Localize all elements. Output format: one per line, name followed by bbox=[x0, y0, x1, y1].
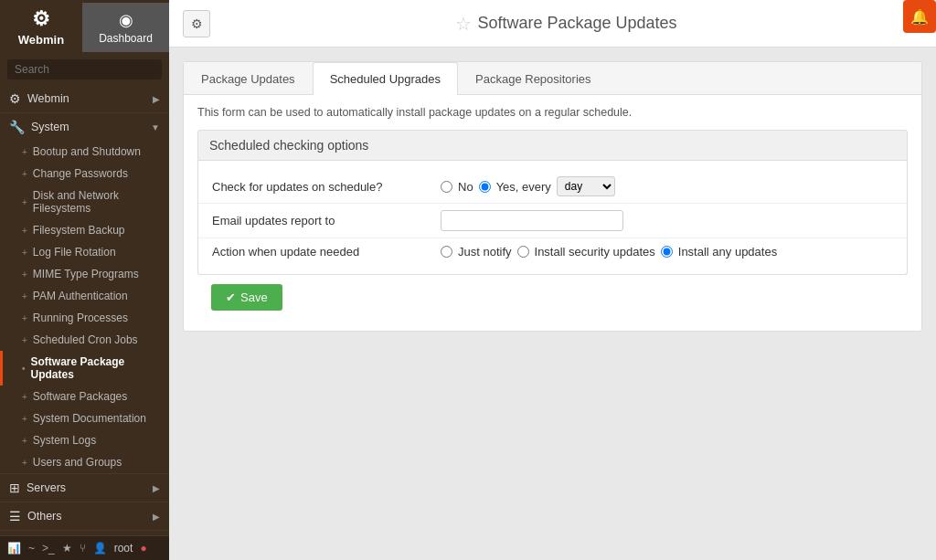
bottom-user-icon[interactable]: 👤 bbox=[93, 542, 107, 555]
webmin-label: Webmin bbox=[18, 33, 64, 47]
tab-package-updates[interactable]: Package Updates bbox=[184, 62, 313, 95]
sidebar-item-bootup[interactable]: + Bootup and Shutdown bbox=[0, 141, 169, 163]
save-button-label: Save bbox=[240, 291, 268, 304]
sidebar-item-system-documentation[interactable]: + System Documentation bbox=[0, 407, 169, 429]
action-needed-control: Just notify Install security updates Ins… bbox=[441, 245, 893, 259]
webmin-icon: ⚙ bbox=[32, 7, 50, 31]
action-just-notify-radio[interactable] bbox=[441, 246, 452, 258]
dot-icon: + bbox=[22, 414, 27, 424]
sidebar-item-label: Software Packages bbox=[33, 390, 127, 403]
main-content: ⚙ ☆ Software Package Updates 🔔 Package U… bbox=[169, 0, 936, 560]
action-any-label: Install any updates bbox=[678, 245, 777, 259]
notification-icon: 🔔 bbox=[910, 8, 929, 26]
bottom-dot: ● bbox=[140, 542, 146, 555]
gear-button[interactable]: ⚙ bbox=[183, 10, 210, 37]
tab-package-repositories-label: Package Repositories bbox=[475, 72, 590, 86]
dot-icon: + bbox=[22, 436, 27, 446]
sidebar-item-label: System Documentation bbox=[33, 412, 146, 425]
save-button[interactable]: ✔ Save bbox=[211, 284, 282, 311]
save-check-icon: ✔ bbox=[226, 291, 236, 304]
sidebar-item-running-processes[interactable]: + Running Processes bbox=[0, 307, 169, 329]
email-report-label: Email updates report to bbox=[212, 214, 441, 227]
servers-arrow-icon: ▶ bbox=[153, 483, 160, 493]
notification-button[interactable]: 🔔 bbox=[903, 0, 936, 33]
sidebar-item-label: Bootup and Shutdown bbox=[33, 145, 141, 158]
webmin-arrow-icon: ▶ bbox=[153, 94, 160, 104]
check-schedule-no-radio[interactable] bbox=[441, 181, 452, 193]
servers-section-icon: ⊞ bbox=[9, 481, 20, 495]
content-area: Package Updates Scheduled Upgrades Packa… bbox=[169, 48, 936, 560]
webmin-logo[interactable]: ⚙ Webmin bbox=[0, 0, 82, 54]
sidebar-item-label: System Logs bbox=[33, 434, 96, 447]
sidebar-item-log-rotation[interactable]: + Log File Rotation bbox=[0, 241, 169, 263]
sidebar-item-label: Disk and Network Filesystems bbox=[33, 189, 160, 215]
sidebar-item-label: Filesystem Backup bbox=[33, 224, 125, 237]
page-title: ☆ Software Package Updates bbox=[210, 13, 922, 35]
sidebar-item-filesystem-backup[interactable]: + Filesystem Backup bbox=[0, 219, 169, 241]
action-any-radio[interactable] bbox=[661, 246, 673, 258]
bottom-star-icon[interactable]: ★ bbox=[62, 542, 72, 555]
tab-package-repositories[interactable]: Package Repositories bbox=[458, 62, 608, 95]
email-report-input[interactable] bbox=[441, 210, 623, 231]
dot-icon: • bbox=[22, 364, 26, 374]
check-schedule-yes-radio[interactable] bbox=[479, 181, 491, 193]
sidebar-item-users-groups[interactable]: + Users and Groups bbox=[0, 451, 169, 473]
sidebar-section-header-servers[interactable]: ⊞ Servers ▶ bbox=[0, 474, 169, 502]
dot-icon: + bbox=[22, 313, 27, 323]
topbar: ⚙ ☆ Software Package Updates 🔔 bbox=[169, 0, 936, 48]
dot-icon: + bbox=[22, 197, 27, 207]
sidebar-item-label: Log File Rotation bbox=[33, 246, 116, 259]
dot-icon: + bbox=[22, 147, 27, 157]
servers-section-label: Servers bbox=[27, 481, 66, 494]
sidebar-item-label: Users and Groups bbox=[33, 456, 122, 469]
system-section-icon: 🔧 bbox=[9, 120, 25, 134]
sidebar-search-container bbox=[0, 54, 169, 85]
system-arrow-icon: ▼ bbox=[151, 122, 160, 132]
bottom-terminal-icon[interactable]: >_ bbox=[42, 542, 55, 555]
dot-icon: + bbox=[22, 458, 27, 468]
action-security-radio[interactable] bbox=[517, 246, 529, 258]
dashboard-link[interactable]: ◉ Dashboard bbox=[82, 3, 169, 52]
sidebar-item-mime-type[interactable]: + MIME Type Programs bbox=[0, 263, 169, 285]
sidebar: ⚙ Webmin ◉ Dashboard ⚙ Webmin ▶ 🔧 System… bbox=[0, 0, 169, 560]
sidebar-item-disk-network[interactable]: + Disk and Network Filesystems bbox=[0, 185, 169, 219]
sidebar-item-pam[interactable]: + PAM Authentication bbox=[0, 285, 169, 307]
favorite-star-icon[interactable]: ☆ bbox=[455, 13, 472, 35]
action-security-label: Install security updates bbox=[535, 245, 655, 259]
webmin-section-label: Webmin bbox=[27, 92, 69, 105]
sidebar-section-system: 🔧 System ▼ + Bootup and Shutdown + Chang… bbox=[0, 113, 169, 474]
sidebar-section-header-system[interactable]: 🔧 System ▼ bbox=[0, 113, 169, 141]
dot-icon: + bbox=[22, 335, 27, 345]
sidebar-item-label: Change Passwords bbox=[33, 167, 128, 180]
dashboard-icon: ◉ bbox=[119, 10, 133, 30]
sidebar-item-label: Software Package Updates bbox=[31, 355, 160, 381]
tab-content: This form can be used to automatically i… bbox=[184, 95, 921, 331]
sidebar-item-system-logs[interactable]: + System Logs bbox=[0, 429, 169, 451]
sidebar-header: ⚙ Webmin ◉ Dashboard bbox=[0, 0, 169, 54]
sidebar-section-header-others[interactable]: ☰ Others ▶ bbox=[0, 502, 169, 530]
options-table: Check for updates on schedule? No Yes, e… bbox=[197, 161, 908, 275]
bottom-fork-icon[interactable]: ⑂ bbox=[80, 542, 86, 555]
sidebar-item-scheduled-cron[interactable]: + Scheduled Cron Jobs bbox=[0, 329, 169, 351]
system-items: + Bootup and Shutdown + Change Passwords… bbox=[0, 141, 169, 473]
form-info-span: This form can be used to automatically i… bbox=[197, 106, 632, 119]
sidebar-item-label: Scheduled Cron Jobs bbox=[33, 333, 138, 346]
check-schedule-control: No Yes, every day week month bbox=[441, 176, 893, 196]
sidebar-item-software-packages[interactable]: + Software Packages bbox=[0, 386, 169, 407]
tab-package-updates-label: Package Updates bbox=[201, 72, 295, 86]
check-schedule-no-label: No bbox=[458, 180, 473, 194]
bottom-tilde-icon[interactable]: ~ bbox=[28, 542, 35, 555]
sidebar-item-label: MIME Type Programs bbox=[33, 268, 139, 280]
search-input[interactable] bbox=[7, 59, 162, 79]
interval-unit-select[interactable]: day week month bbox=[557, 176, 615, 196]
system-section-label: System bbox=[31, 121, 69, 133]
sidebar-item-label: PAM Authentication bbox=[33, 290, 128, 302]
sidebar-section-others: ☰ Others ▶ bbox=[0, 502, 169, 531]
sidebar-section-header-webmin[interactable]: ⚙ Webmin ▶ bbox=[0, 85, 169, 112]
sidebar-item-software-package-updates[interactable]: • Software Package Updates bbox=[0, 351, 169, 386]
dot-icon: + bbox=[22, 169, 27, 179]
bottom-chart-icon[interactable]: 📊 bbox=[7, 542, 21, 555]
sidebar-item-change-passwords[interactable]: + Change Passwords bbox=[0, 163, 169, 185]
tab-scheduled-upgrades[interactable]: Scheduled Upgrades bbox=[313, 62, 458, 95]
option-row-action-needed: Action when update needed Just notify In… bbox=[198, 238, 907, 265]
